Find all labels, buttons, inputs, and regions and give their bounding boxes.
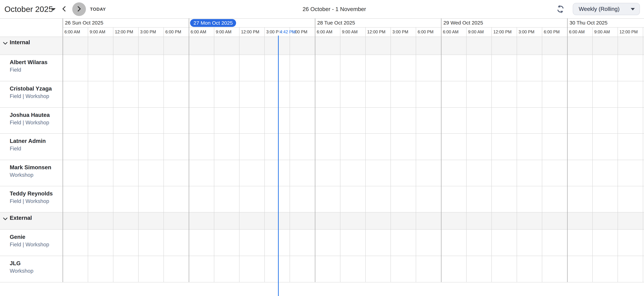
prev-week-button[interactable]: [57, 2, 71, 16]
time-slot-label: 12:00 PM: [367, 27, 386, 37]
resource-cell: Mark Simonsen Workshop: [10, 163, 51, 179]
day-header[interactable]: 29 Wed Oct 2025: [441, 18, 483, 27]
view-selector-dropdown[interactable]: Weekly (Rolling): [573, 3, 640, 15]
time-slot-label: 12:00 PM: [115, 27, 133, 37]
refresh-icon: [556, 11, 565, 14]
grid-line: [0, 212, 644, 212]
resource-cell: JLG Workshop: [10, 259, 34, 275]
time-slot-label: 12:00 PM: [241, 27, 259, 37]
time-slot-text: 3:00 P: [266, 29, 278, 34]
day-header[interactable]: 28 Tue Oct 2025: [315, 18, 355, 27]
grid-line: [0, 18, 644, 19]
schedule-lane[interactable]: [62, 81, 644, 107]
schedule-lane[interactable]: [62, 186, 644, 212]
day-header-selected[interactable]: 27 Mon Oct 2025: [190, 19, 236, 27]
next-week-button[interactable]: [72, 2, 86, 16]
current-time-line: [278, 35, 279, 296]
time-slot-label: 6:00 AM: [569, 27, 585, 37]
day-header[interactable]: 26 Sun Oct 2025: [62, 18, 103, 27]
time-slot-label: 9:00 AM: [90, 27, 105, 37]
schedule-lane[interactable]: [62, 229, 644, 256]
today-button[interactable]: TODAY: [90, 0, 106, 18]
resource-name: Mark Simonsen: [10, 163, 51, 171]
chevron-left-icon: [61, 5, 67, 13]
schedule-lane[interactable]: [62, 133, 644, 160]
schedule-lane[interactable]: [62, 107, 644, 133]
group-row-external[interactable]: [0, 212, 644, 229]
time-slot-text: :00 PM: [294, 29, 307, 34]
resource-roles: Field: [10, 66, 48, 74]
resource-name: Teddy Reynolds: [10, 190, 53, 197]
group-label-external: External: [10, 215, 32, 221]
resource-roles: Field | Workshop: [10, 197, 53, 205]
resource-cell: Albert Wilaras Field: [10, 58, 48, 74]
resource-roles: Field | Workshop: [10, 241, 49, 248]
time-slot-label: 6:00 AM: [317, 27, 332, 37]
resource-name: JLG: [10, 259, 34, 267]
resource-name: Latner Admin: [10, 137, 46, 145]
current-time-label: 4:42 PM: [280, 27, 296, 37]
time-slot-label: 9:00 AM: [594, 27, 610, 37]
time-slot-label: 3:00 PM: [518, 27, 534, 37]
resource-name: Cristobal Yzaga: [10, 85, 52, 93]
collapse-chevron-external[interactable]: [2, 216, 8, 223]
time-slot-label: 9:00 AM: [342, 27, 358, 37]
resource-roles: Field | Workshop: [10, 119, 50, 126]
resource-cell: Joshua Hautea Field | Workshop: [10, 111, 50, 126]
resource-roles: Field | Workshop: [10, 93, 52, 100]
toolbar: October 2025 TODAY 26 October - 1 Novemb…: [0, 0, 644, 18]
grid-line: [0, 37, 644, 37]
time-slot-label: 9:00 AM: [216, 27, 232, 37]
refresh-button[interactable]: [556, 4, 566, 14]
time-slot-label: 12:00 PM: [620, 27, 638, 37]
collapse-chevron-internal[interactable]: [2, 40, 8, 47]
schedule-lane[interactable]: [62, 55, 644, 81]
time-slot-label: 6:00 PM: [418, 27, 434, 37]
grid-line: [0, 282, 644, 282]
dropdown-caret-icon: [631, 8, 635, 10]
chevron-down-icon: [2, 44, 8, 47]
resource-cell: Teddy Reynolds Field | Workshop: [10, 190, 53, 205]
resource-cell: Cristobal Yzaga Field | Workshop: [10, 85, 52, 100]
time-slot-label: 3:00 PM: [392, 27, 408, 37]
resource-roles: Field: [10, 145, 46, 152]
schedule-lane[interactable]: [62, 160, 644, 186]
resource-name: Joshua Hautea: [10, 111, 50, 119]
time-slot-label: 6:00 PM: [544, 27, 560, 37]
group-label-internal: Internal: [10, 39, 30, 46]
time-slot-label: 6:00 PM: [165, 27, 181, 37]
time-slot-label: 12:00 PM: [493, 27, 512, 37]
schedule-lane[interactable]: [62, 256, 644, 282]
grid-line: [62, 27, 644, 27]
view-selector-value: Weekly (Rolling): [579, 3, 620, 15]
resource-cell: Genie Field | Workshop: [10, 233, 49, 248]
resource-cell: Latner Admin Field: [10, 137, 46, 152]
time-slot-label: 6:00 AM: [64, 27, 80, 37]
chevron-down-icon: [2, 220, 8, 223]
resource-name: Albert Wilaras: [10, 58, 48, 66]
resource-name: Genie: [10, 233, 49, 241]
date-range-title: 26 October - 1 November: [302, 0, 366, 18]
chevron-right-icon: [76, 5, 82, 13]
resource-roles: Workshop: [10, 267, 34, 275]
month-caret-icon: [52, 8, 56, 10]
day-header[interactable]: 30 Thu Oct 2025: [567, 18, 608, 27]
time-slot-label: 6:00 AM: [190, 27, 206, 37]
month-selector[interactable]: October 2025: [4, 0, 53, 18]
time-slot-label: 6:00 AM: [443, 27, 458, 37]
resource-roles: Workshop: [10, 171, 51, 179]
group-row-internal[interactable]: [0, 37, 644, 55]
time-slot-label: 9:00 AM: [468, 27, 484, 37]
time-slot-label: 3:00 PM: [140, 27, 156, 37]
scheduler-app: October 2025 TODAY 26 October - 1 Novemb…: [0, 0, 644, 296]
